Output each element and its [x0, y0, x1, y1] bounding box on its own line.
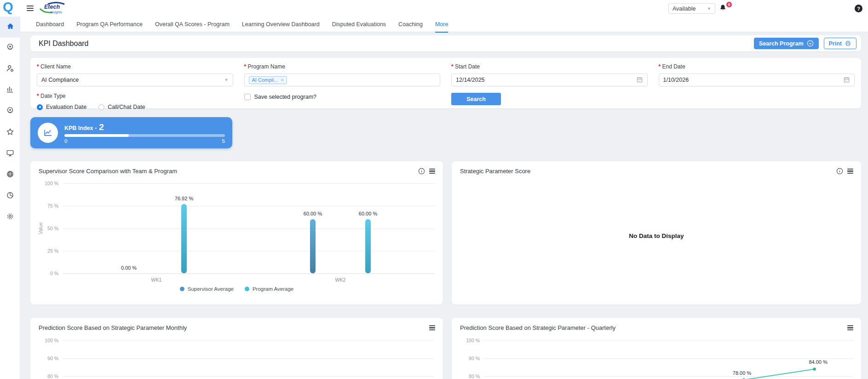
- y-axis-tick: 0 %: [35, 271, 58, 276]
- pie-chart-icon: [6, 191, 15, 202]
- sidebar-item-pie-chart[interactable]: [0, 186, 20, 207]
- search-program-label: Search Program: [759, 40, 804, 47]
- legend-item-supervisor-average[interactable]: Supervisor Average: [180, 286, 234, 292]
- save-program-checkbox-row[interactable]: Save selected program?: [244, 94, 441, 100]
- settings-icon: [6, 212, 15, 223]
- radio-evaluation-date[interactable]: Evaluation Date: [37, 104, 86, 110]
- chart-title: Prediction Score Based on Strategic Para…: [39, 324, 187, 331]
- hamburger-menu-icon[interactable]: [27, 6, 34, 11]
- legend-item-program-average[interactable]: Program Average: [245, 286, 293, 292]
- bar-chart-icon: [6, 85, 15, 96]
- y-axis-tick: 90 %: [35, 356, 58, 361]
- left-sidebar: [0, 17, 20, 379]
- chip-close-icon[interactable]: ×: [281, 77, 283, 83]
- bar-value-label: 60.00 %: [359, 211, 377, 216]
- program-name-multiselect[interactable]: AI Compli... ×: [244, 74, 441, 86]
- help-button[interactable]: ?: [855, 5, 862, 12]
- search-program-button[interactable]: Search Program: [754, 38, 819, 49]
- nav-tab-coaching[interactable]: Coaching: [398, 17, 423, 32]
- filter-panel: Client Name AI Compliance ▼ Program Name…: [30, 58, 861, 108]
- notification-bell-button[interactable]: 0: [719, 3, 730, 14]
- grid-line: [484, 358, 852, 359]
- sidebar-item-star[interactable]: [0, 122, 20, 143]
- chart-menu-icon[interactable]: [847, 169, 853, 174]
- legend-label: Supervisor Average: [188, 286, 234, 292]
- sidebar-item-quality-badge[interactable]: [0, 38, 20, 59]
- print-button[interactable]: Print: [824, 38, 857, 49]
- star-icon: [6, 127, 15, 138]
- nav-tab-disputed-evaluations[interactable]: Disputed Evaluations: [332, 17, 386, 32]
- nav-tab-overall-qa-scores-program[interactable]: Overall QA Scores - Program: [155, 17, 230, 32]
- sidebar-item-globe[interactable]: [0, 164, 20, 186]
- chart-menu-icon[interactable]: [429, 169, 435, 174]
- y-axis-tick: 25 %: [35, 248, 58, 254]
- client-name-value: AI Compliance: [41, 77, 79, 83]
- desktop-icon: [6, 148, 15, 159]
- prediction-monthly-chart-card: Prediction Score Based on Strategic Para…: [30, 318, 443, 379]
- program-name-label: Program Name: [244, 63, 441, 70]
- grid-line: [63, 340, 434, 341]
- sidebar-item-quality-badge-2[interactable]: [0, 101, 20, 122]
- grid-line: [484, 376, 852, 377]
- bar-program-average-wk2: [365, 219, 371, 273]
- chart-menu-icon[interactable]: [847, 325, 853, 331]
- y-axis-tick: 90 %: [457, 356, 480, 361]
- info-icon[interactable]: [418, 168, 425, 175]
- save-program-checkbox[interactable]: [244, 94, 251, 100]
- end-date-label: End Date: [659, 63, 855, 70]
- sidebar-item-home[interactable]: [0, 17, 20, 38]
- notification-badge: 0: [726, 1, 732, 8]
- info-icon[interactable]: [836, 168, 843, 175]
- start-date-input[interactable]: 12/14/2025: [451, 74, 648, 86]
- bar-value-label: 0.00 %: [121, 265, 137, 271]
- quality-badge-icon: [6, 106, 15, 117]
- main-content: KPI Dashboard Search Program Print: [20, 32, 868, 379]
- chart-title: Prediction Score Based on Strategic Para…: [460, 324, 615, 331]
- calendar-icon[interactable]: [843, 76, 850, 84]
- y-axis-tick: 100 %: [35, 181, 58, 186]
- client-name-label: Client Name: [37, 63, 233, 70]
- top-header-bar: Q Etech Insights Available ▼ 0 ?: [0, 0, 868, 17]
- end-date-input[interactable]: 1/10/2026: [659, 74, 855, 86]
- y-axis-tick: 80 %: [457, 373, 480, 379]
- status-value: Available: [673, 6, 696, 12]
- grid-line: [63, 206, 435, 206]
- client-name-select[interactable]: AI Compliance ▼: [37, 74, 233, 86]
- y-axis-tick: 100 %: [35, 338, 58, 343]
- start-date-label: Start Date: [451, 63, 648, 70]
- sidebar-item-bar-chart[interactable]: [0, 80, 20, 101]
- date-type-label: Date Type: [37, 93, 233, 99]
- etech-insights-logo: Etech Insights: [39, 1, 67, 17]
- strategic-parameter-chart-card: Strategic Parameter Score No Data to Dis…: [452, 161, 861, 305]
- chart-menu-icon[interactable]: [429, 325, 435, 331]
- radio-circle: [98, 104, 104, 110]
- chart-title: Strategic Parameter Score: [460, 168, 530, 175]
- chevron-circle-icon: [807, 40, 814, 47]
- grid-line: [63, 376, 434, 377]
- grid-line: [63, 273, 435, 274]
- user-settings-icon: [6, 64, 15, 75]
- page-title: KPI Dashboard: [39, 40, 89, 48]
- bar-value-label: 76.92 %: [175, 196, 193, 201]
- nav-tabs-bar: DashboardProgram QA PerformanceOverall Q…: [20, 17, 868, 32]
- sidebar-item-user-settings[interactable]: [0, 59, 20, 80]
- printer-icon: [845, 40, 851, 47]
- nav-tab-learning-overview-dashboard[interactable]: Learning Overview Dashboard: [242, 17, 320, 32]
- availability-status-select[interactable]: Available ▼: [668, 3, 715, 14]
- nav-tab-dashboard[interactable]: Dashboard: [36, 17, 64, 32]
- kpb-title: KPB Index -: [64, 125, 97, 131]
- app-logo-q: Q: [3, 0, 13, 15]
- radio-call-chat-date[interactable]: Call/Chat Date: [98, 104, 145, 110]
- calendar-icon[interactable]: [636, 76, 643, 84]
- sidebar-item-desktop[interactable]: [0, 143, 20, 164]
- nav-tab-program-qa-performance[interactable]: Program QA Performance: [76, 17, 143, 32]
- kpb-scale-min: 0: [64, 138, 67, 144]
- search-button[interactable]: Search: [451, 93, 501, 105]
- sidebar-item-settings[interactable]: [0, 207, 20, 228]
- home-icon: [6, 22, 15, 33]
- globe-icon: [6, 170, 15, 181]
- brand-sub-text: Insights: [50, 10, 62, 14]
- start-date-value: 12/14/2025: [456, 77, 485, 83]
- nav-tab-more[interactable]: More: [435, 17, 448, 32]
- radio-label: Evaluation Date: [46, 104, 86, 110]
